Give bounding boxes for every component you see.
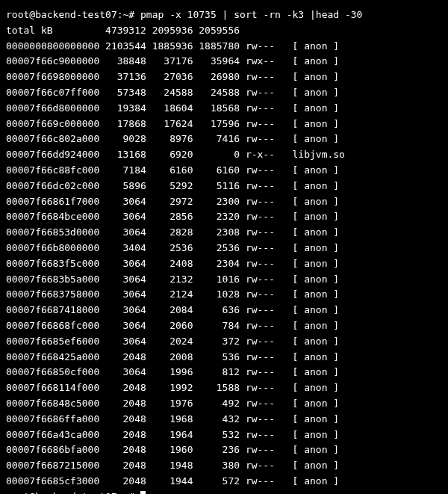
- pmap-row: 00007f6685cf3000 2048 1944 572 rw--- [ a…: [6, 475, 339, 487]
- pmap-row: 00007f6687215000 2048 1948 380 rw--- [ a…: [6, 460, 339, 471]
- shell-prompt: root@backend-test07:~#: [6, 9, 140, 20]
- pmap-row: 00007f66848c5000 2048 1976 492 rw--- [ a…: [6, 398, 339, 409]
- pmap-row: 00007f6686ffa000 2048 1968 432 rw--- [ a…: [6, 413, 339, 424]
- pmap-row: 00007f6698000000 37136 27036 26980 rw---…: [6, 71, 339, 82]
- pmap-row: 00007f66d8000000 19384 18604 18568 rw---…: [6, 102, 339, 114]
- pmap-row: 00007f66a43ca000 2048 1964 532 rw--- [ a…: [6, 429, 339, 440]
- totals-row: total kB 4739312 2095936 2059556: [6, 25, 240, 36]
- pmap-row: 00007f66853d0000 3064 2828 2308 rw--- [ …: [6, 226, 339, 238]
- pmap-row: 00007f6683758000 3064 2124 1028 rw--- [ …: [6, 288, 339, 300]
- pmap-row: 00007f66850cf000 3064 1996 812 rw--- [ a…: [6, 366, 339, 377]
- terminal[interactable]: root@backend-test07:~# pmap -x 10735 | s…: [0, 0, 448, 494]
- pmap-row: 00007f6683f5c000 3064 2408 2304 rw--- [ …: [6, 258, 339, 269]
- pmap-row: 00007f66861f7000 3064 2972 2300 rw--- [ …: [6, 196, 339, 207]
- pmap-row: 00007f66c88fc000 7184 6160 6160 rw--- [ …: [6, 164, 339, 176]
- shell-prompt: root@backend-test07:~#: [6, 491, 140, 494]
- pmap-row: 00007f6684bce000 3064 2856 2320 rw--- [ …: [6, 211, 339, 222]
- pmap-row: 00007f66dd924000 13168 6920 0 r-x-- libj…: [6, 149, 345, 160]
- pmap-row: 00007f66868fc000 3064 2060 784 rw--- [ a…: [6, 320, 339, 331]
- pmap-row: 00007f66dc02c000 5896 5292 5116 rw--- [ …: [6, 180, 339, 191]
- pmap-row: 00007f6685ef6000 3064 2024 372 rw--- [ a…: [6, 336, 339, 347]
- command-text: pmap -x 10735 | sort -rn -k3 |head -30: [140, 9, 362, 20]
- cursor: [140, 491, 146, 494]
- pmap-row: 0000000800000000 2103544 1885936 1885780…: [6, 40, 339, 52]
- pmap-row: 00007f668425a000 2048 2008 536 rw--- [ a…: [6, 351, 339, 362]
- pmap-row: 00007f66c802a000 9028 8976 7416 rw--- [ …: [6, 133, 339, 144]
- pmap-row: 00007f66b8000000 3404 2536 2536 rw--- [ …: [6, 242, 339, 253]
- pmap-row: 00007f66c07ff000 57348 24588 24588 rw---…: [6, 87, 339, 98]
- pmap-row: 00007f6686bfa000 2048 1960 236 rw--- [ a…: [6, 444, 339, 455]
- pmap-row: 00007f66c9000000 38848 37176 35964 rwx--…: [6, 55, 339, 67]
- pmap-row: 00007f6687418000 3064 2084 636 rw--- [ a…: [6, 304, 339, 315]
- pmap-row: 00007f6683b5a000 3064 2132 1016 rw--- [ …: [6, 274, 339, 285]
- pmap-row: 00007f669c000000 17868 17624 17596 rw---…: [6, 118, 339, 129]
- pmap-row: 00007f668114f000 2048 1992 1588 rw--- [ …: [6, 382, 339, 393]
